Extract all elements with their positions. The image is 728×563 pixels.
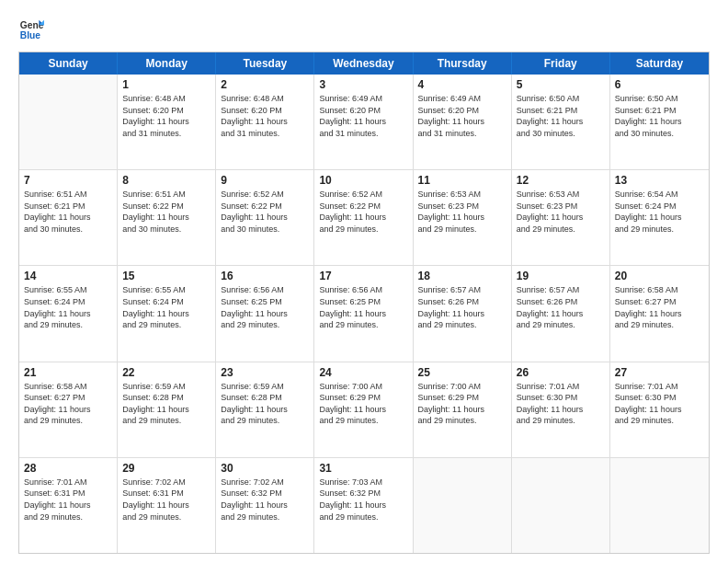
day-number: 22 — [122, 366, 210, 379]
day-number: 23 — [221, 366, 309, 379]
cell-info: Sunrise: 6:57 AM Sunset: 6:26 PM Dayligh… — [517, 284, 605, 330]
calendar-cell-day-12: 12Sunrise: 6:53 AM Sunset: 6:23 PM Dayli… — [512, 170, 610, 265]
calendar-cell-day-15: 15Sunrise: 6:55 AM Sunset: 6:24 PM Dayli… — [118, 266, 216, 361]
calendar-cell-day-14: 14Sunrise: 6:55 AM Sunset: 6:24 PM Dayli… — [19, 266, 118, 361]
cell-info: Sunrise: 6:54 AM Sunset: 6:24 PM Dayligh… — [615, 189, 704, 235]
header-day-tuesday: Tuesday — [216, 52, 314, 75]
calendar-cell-day-7: 7Sunrise: 6:51 AM Sunset: 6:21 PM Daylig… — [19, 170, 118, 265]
calendar-body: 1Sunrise: 6:48 AM Sunset: 6:20 PM Daylig… — [19, 75, 709, 553]
cell-info: Sunrise: 6:52 AM Sunset: 6:22 PM Dayligh… — [319, 189, 407, 235]
header-day-saturday: Saturday — [610, 52, 709, 75]
day-number: 28 — [24, 462, 112, 475]
cell-info: Sunrise: 7:03 AM Sunset: 6:32 PM Dayligh… — [319, 477, 407, 523]
cell-info: Sunrise: 7:00 AM Sunset: 6:29 PM Dayligh… — [319, 381, 407, 427]
day-number: 2 — [221, 78, 309, 91]
day-number: 13 — [615, 174, 704, 187]
calendar-cell-day-16: 16Sunrise: 6:56 AM Sunset: 6:25 PM Dayli… — [216, 266, 314, 361]
day-number: 8 — [122, 174, 210, 187]
cell-info: Sunrise: 6:58 AM Sunset: 6:27 PM Dayligh… — [24, 381, 112, 427]
day-number: 6 — [615, 78, 704, 91]
calendar-cell-day-24: 24Sunrise: 7:00 AM Sunset: 6:29 PM Dayli… — [314, 362, 413, 457]
cell-info: Sunrise: 6:48 AM Sunset: 6:20 PM Dayligh… — [221, 93, 309, 139]
cell-info: Sunrise: 6:53 AM Sunset: 6:23 PM Dayligh… — [418, 189, 506, 235]
calendar-cell-day-23: 23Sunrise: 6:59 AM Sunset: 6:28 PM Dayli… — [216, 362, 314, 457]
calendar-cell-day-29: 29Sunrise: 7:02 AM Sunset: 6:31 PM Dayli… — [118, 458, 216, 553]
calendar: SundayMondayTuesdayWednesdayThursdayFrid… — [18, 52, 710, 554]
day-number: 11 — [418, 174, 506, 187]
logo: General Blue — [18, 17, 48, 42]
calendar-cell-day-20: 20Sunrise: 6:58 AM Sunset: 6:27 PM Dayli… — [610, 266, 709, 361]
cell-info: Sunrise: 6:59 AM Sunset: 6:28 PM Dayligh… — [122, 381, 210, 427]
calendar-cell-day-18: 18Sunrise: 6:57 AM Sunset: 6:26 PM Dayli… — [414, 266, 512, 361]
calendar-cell-day-2: 2Sunrise: 6:48 AM Sunset: 6:20 PM Daylig… — [216, 75, 314, 169]
calendar-cell-day-21: 21Sunrise: 6:58 AM Sunset: 6:27 PM Dayli… — [19, 362, 118, 457]
day-number: 31 — [319, 462, 407, 475]
day-number: 21 — [24, 366, 112, 379]
day-number: 15 — [122, 270, 210, 282]
day-number: 9 — [221, 174, 309, 187]
cell-info: Sunrise: 6:52 AM Sunset: 6:22 PM Dayligh… — [221, 189, 309, 235]
calendar-cell-day-25: 25Sunrise: 7:00 AM Sunset: 6:29 PM Dayli… — [414, 362, 512, 457]
calendar-cell-empty — [512, 458, 610, 553]
page-header: General Blue — [18, 17, 710, 42]
cell-info: Sunrise: 6:57 AM Sunset: 6:26 PM Dayligh… — [418, 284, 506, 330]
header-day-sunday: Sunday — [19, 52, 118, 75]
calendar-row-0: 1Sunrise: 6:48 AM Sunset: 6:20 PM Daylig… — [19, 75, 709, 170]
calendar-cell-day-11: 11Sunrise: 6:53 AM Sunset: 6:23 PM Dayli… — [414, 170, 512, 265]
day-number: 18 — [418, 270, 506, 282]
cell-info: Sunrise: 7:01 AM Sunset: 6:30 PM Dayligh… — [517, 381, 605, 427]
cell-info: Sunrise: 6:53 AM Sunset: 6:23 PM Dayligh… — [517, 189, 605, 235]
cell-info: Sunrise: 6:50 AM Sunset: 6:21 PM Dayligh… — [615, 93, 704, 139]
cell-info: Sunrise: 7:00 AM Sunset: 6:29 PM Dayligh… — [418, 381, 506, 427]
day-number: 3 — [319, 78, 407, 91]
cell-info: Sunrise: 6:51 AM Sunset: 6:21 PM Dayligh… — [24, 189, 112, 235]
header-day-wednesday: Wednesday — [314, 52, 413, 75]
day-number: 29 — [122, 462, 210, 475]
cell-info: Sunrise: 6:58 AM Sunset: 6:27 PM Dayligh… — [615, 284, 704, 330]
calendar-cell-day-10: 10Sunrise: 6:52 AM Sunset: 6:22 PM Dayli… — [314, 170, 413, 265]
day-number: 14 — [24, 270, 112, 282]
header-day-friday: Friday — [512, 52, 610, 75]
svg-text:Blue: Blue — [20, 30, 41, 40]
calendar-cell-day-26: 26Sunrise: 7:01 AM Sunset: 6:30 PM Dayli… — [512, 362, 610, 457]
calendar-cell-day-17: 17Sunrise: 6:56 AM Sunset: 6:25 PM Dayli… — [314, 266, 413, 361]
calendar-cell-day-1: 1Sunrise: 6:48 AM Sunset: 6:20 PM Daylig… — [118, 75, 216, 169]
calendar-cell-day-27: 27Sunrise: 7:01 AM Sunset: 6:30 PM Dayli… — [610, 362, 709, 457]
header-day-thursday: Thursday — [414, 52, 512, 75]
cell-info: Sunrise: 6:51 AM Sunset: 6:22 PM Dayligh… — [122, 189, 210, 235]
cell-info: Sunrise: 6:55 AM Sunset: 6:24 PM Dayligh… — [122, 284, 210, 330]
day-number: 12 — [517, 174, 605, 187]
cell-info: Sunrise: 7:02 AM Sunset: 6:31 PM Dayligh… — [122, 477, 210, 523]
day-number: 1 — [122, 78, 210, 91]
calendar-cell-day-13: 13Sunrise: 6:54 AM Sunset: 6:24 PM Dayli… — [610, 170, 709, 265]
day-number: 27 — [615, 366, 704, 379]
calendar-header: SundayMondayTuesdayWednesdayThursdayFrid… — [19, 52, 709, 75]
calendar-cell-day-19: 19Sunrise: 6:57 AM Sunset: 6:26 PM Dayli… — [512, 266, 610, 361]
calendar-cell-day-4: 4Sunrise: 6:49 AM Sunset: 6:20 PM Daylig… — [414, 75, 512, 169]
calendar-row-4: 28Sunrise: 7:01 AM Sunset: 6:31 PM Dayli… — [19, 458, 709, 553]
cell-info: Sunrise: 7:01 AM Sunset: 6:30 PM Dayligh… — [615, 381, 704, 427]
calendar-row-1: 7Sunrise: 6:51 AM Sunset: 6:21 PM Daylig… — [19, 170, 709, 266]
day-number: 30 — [221, 462, 309, 475]
day-number: 26 — [517, 366, 605, 379]
calendar-cell-empty — [19, 75, 118, 169]
day-number: 19 — [517, 270, 605, 282]
day-number: 16 — [221, 270, 309, 282]
calendar-cell-day-8: 8Sunrise: 6:51 AM Sunset: 6:22 PM Daylig… — [118, 170, 216, 265]
cell-info: Sunrise: 6:50 AM Sunset: 6:21 PM Dayligh… — [517, 93, 605, 139]
cell-info: Sunrise: 6:56 AM Sunset: 6:25 PM Dayligh… — [221, 284, 309, 330]
cell-info: Sunrise: 6:48 AM Sunset: 6:20 PM Dayligh… — [122, 93, 210, 139]
day-number: 24 — [319, 366, 407, 379]
cell-info: Sunrise: 6:55 AM Sunset: 6:24 PM Dayligh… — [24, 284, 112, 330]
cell-info: Sunrise: 7:02 AM Sunset: 6:32 PM Dayligh… — [221, 477, 309, 523]
cell-info: Sunrise: 7:01 AM Sunset: 6:31 PM Dayligh… — [24, 477, 112, 523]
calendar-cell-day-6: 6Sunrise: 6:50 AM Sunset: 6:21 PM Daylig… — [610, 75, 709, 169]
calendar-row-3: 21Sunrise: 6:58 AM Sunset: 6:27 PM Dayli… — [19, 362, 709, 458]
day-number: 10 — [319, 174, 407, 187]
calendar-cell-empty — [610, 458, 709, 553]
cell-info: Sunrise: 6:49 AM Sunset: 6:20 PM Dayligh… — [418, 93, 506, 139]
calendar-cell-day-30: 30Sunrise: 7:02 AM Sunset: 6:32 PM Dayli… — [216, 458, 314, 553]
logo-icon: General Blue — [18, 17, 44, 42]
calendar-cell-day-22: 22Sunrise: 6:59 AM Sunset: 6:28 PM Dayli… — [118, 362, 216, 457]
day-number: 20 — [615, 270, 704, 282]
